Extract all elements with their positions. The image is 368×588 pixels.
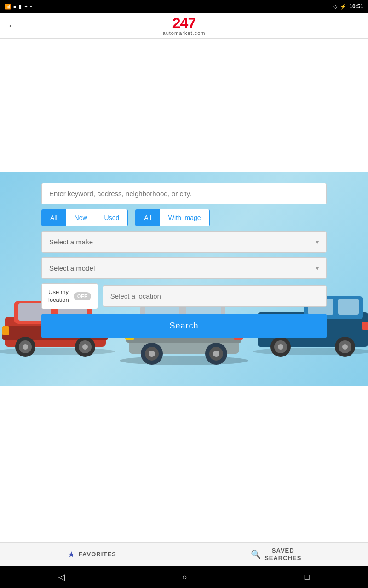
home-nav-button[interactable]: ○ [173, 569, 196, 586]
filter-row: All New Used All With Image [41, 209, 327, 226]
bottom-nav: ★ FAVORITES 🔍 SAVEDSEARCHES [0, 542, 368, 566]
status-time: 10:51 [349, 3, 363, 10]
svg-rect-21 [362, 322, 368, 330]
app-header: ← 247 automarket.com [0, 13, 368, 39]
svg-point-11 [82, 344, 88, 350]
search-form: All New Used All With Image Select a mak… [41, 183, 327, 338]
back-nav-button[interactable]: ◁ [49, 568, 74, 586]
status-bar: 📶 ■ ▮ ✦ ▪ ◇ ⚡ 10:51 [0, 0, 368, 13]
logo-container: 247 automarket.com [163, 16, 206, 36]
svg-rect-12 [2, 326, 9, 335]
make-wrapper: Select a make ▼ [41, 231, 327, 253]
model-select[interactable]: Select a model [41, 257, 327, 279]
image-group: All With Image [135, 209, 209, 226]
image-all-button[interactable]: All [136, 209, 160, 226]
charging-icon: ⚡ [340, 4, 346, 10]
favorites-label: FAVORITES [79, 551, 116, 558]
model-wrapper: Select a model ▼ [41, 257, 327, 279]
condition-new-button[interactable]: New [66, 209, 96, 226]
saved-searches-nav-item[interactable]: 🔍 SAVEDSEARCHES [184, 543, 368, 566]
back-button[interactable]: ← [7, 21, 17, 31]
signal-icon: 📶 [5, 4, 11, 10]
use-location-box: Use mylocation OFF [41, 283, 98, 309]
logo-sub: automarket.com [163, 30, 206, 36]
location-input[interactable] [103, 285, 327, 307]
sdcard-icon: ▪ [30, 4, 32, 9]
svg-rect-18 [338, 299, 359, 315]
svg-point-41 [213, 351, 219, 357]
image-withimage-button[interactable]: With Image [160, 209, 209, 226]
hero-section: All New Used All With Image Select a mak… [0, 172, 368, 386]
svg-point-24 [278, 344, 283, 350]
logo-247: 247 [172, 16, 196, 30]
svg-point-27 [342, 344, 348, 350]
make-select[interactable]: Select a make [41, 231, 327, 253]
battery-icon: ▮ [19, 4, 22, 10]
condition-all-button[interactable]: All [42, 209, 66, 226]
wifi2-icon: ◇ [334, 4, 337, 10]
recents-nav-button[interactable]: □ [295, 569, 319, 586]
location-row: Use mylocation OFF [41, 283, 327, 309]
content-area [0, 386, 368, 542]
condition-used-button[interactable]: Used [96, 209, 128, 226]
svg-point-28 [120, 356, 248, 365]
condition-group: All New Used [41, 209, 128, 226]
usb-icon: ✦ [24, 4, 28, 10]
svg-point-8 [23, 344, 28, 350]
search-button[interactable]: Search [41, 314, 327, 338]
star-icon: ★ [68, 549, 75, 560]
status-bar-left: 📶 ■ ▮ ✦ ▪ [5, 4, 32, 10]
android-nav: ◁ ○ □ [0, 566, 368, 588]
saved-searches-label: SAVEDSEARCHES [264, 547, 301, 561]
favorites-nav-item[interactable]: ★ FAVORITES [0, 543, 184, 566]
ad-area [0, 39, 368, 172]
wifi-icon: ■ [13, 4, 17, 9]
location-toggle[interactable]: OFF [74, 292, 91, 300]
use-location-label: Use mylocation [48, 288, 69, 304]
status-bar-right: ◇ ⚡ 10:51 [334, 3, 363, 10]
svg-point-38 [149, 351, 155, 357]
search-icon: 🔍 [251, 549, 261, 560]
keyword-input[interactable] [41, 183, 327, 204]
